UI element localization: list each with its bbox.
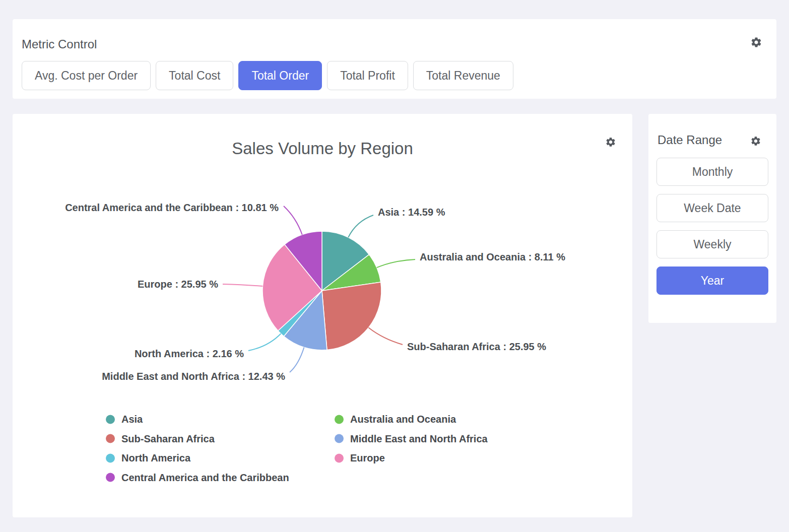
date-range-button-group: MonthlyWeek DateWeeklyYear xyxy=(656,158,768,295)
pie-leader-line-central-america-and-the-caribbean xyxy=(284,206,302,235)
legend-item-north-america[interactable]: North America xyxy=(106,452,190,464)
pie-leader-line-asia xyxy=(348,215,373,237)
pie-leader-line-sub-saharan-africa xyxy=(368,327,403,345)
metric-button-total-order[interactable]: Total Order xyxy=(238,61,322,90)
date-range-button-week-date[interactable]: Week Date xyxy=(656,194,768,222)
metric-control-panel: Metric Control Avg. Cost per OrderTotal … xyxy=(13,19,776,99)
pie-leader-line-middle-east-and-north-africa xyxy=(290,348,304,372)
pie-label-europe: Europe : 25.95 % xyxy=(138,279,218,290)
gear-icon xyxy=(750,36,762,48)
pie-leader-line-australia-and-oceania xyxy=(377,259,415,268)
pie-label-north-america: North America : 2.16 % xyxy=(135,348,244,360)
metric-button-avg-cost-per-order[interactable]: Avg. Cost per Order xyxy=(22,61,151,90)
legend-item-central-america-and-the-caribbean[interactable]: Central America and the Caribbean xyxy=(106,472,289,483)
legend-dot-australia-and-oceania xyxy=(335,415,344,424)
date-range-button-year[interactable]: Year xyxy=(656,267,768,295)
legend-dot-north-america xyxy=(106,453,115,462)
pie-label-central-america-and-the-caribbean: Central America and the Caribbean : 10.8… xyxy=(65,202,279,214)
gear-icon xyxy=(750,136,761,147)
date-range-panel: Date Range MonthlyWeek DateWeeklyYear xyxy=(648,114,776,323)
pie-slice-sub-saharan-africa[interactable] xyxy=(322,282,381,350)
sales-volume-panel: Sales Volume by Region Asia : 14.59 %Aus… xyxy=(13,114,632,517)
legend-label: Europe xyxy=(350,452,385,464)
pie-label-middle-east-and-north-africa: Middle East and North Africa : 12.43 % xyxy=(102,371,285,382)
legend-item-sub-saharan-africa[interactable]: Sub-Saharan Africa xyxy=(106,433,215,444)
date-range-button-monthly[interactable]: Monthly xyxy=(656,158,768,186)
legend-dot-asia xyxy=(106,415,115,424)
gear-icon[interactable] xyxy=(750,36,762,48)
metric-button-total-profit[interactable]: Total Profit xyxy=(327,61,408,90)
metric-button-total-cost[interactable]: Total Cost xyxy=(156,61,233,90)
legend-item-australia-and-oceania[interactable]: Australia and Oceania xyxy=(335,414,456,425)
legend-label: Middle East and North Africa xyxy=(350,433,488,444)
legend-item-middle-east-and-north-africa[interactable]: Middle East and North Africa xyxy=(335,433,488,444)
gear-icon[interactable] xyxy=(750,135,762,147)
date-range-title: Date Range xyxy=(658,133,722,147)
date-range-button-weekly[interactable]: Weekly xyxy=(656,230,768,258)
legend-dot-sub-saharan-africa xyxy=(106,434,115,443)
legend-dot-europe xyxy=(335,453,344,462)
pie-leader-line-north-america xyxy=(248,334,281,351)
pie-label-asia: Asia : 14.59 % xyxy=(378,207,445,218)
legend-label: Asia xyxy=(121,414,143,425)
metric-button-group: Avg. Cost per OrderTotal CostTotal Order… xyxy=(22,61,513,90)
legend-item-asia[interactable]: Asia xyxy=(106,414,143,425)
metric-control-title: Metric Control xyxy=(22,37,97,51)
legend-label: North America xyxy=(121,452,190,464)
metric-button-total-revenue[interactable]: Total Revenue xyxy=(413,61,513,90)
pie-leader-line-europe xyxy=(223,284,262,286)
legend-dot-middle-east-and-north-africa xyxy=(335,434,344,443)
legend-dot-central-america-and-the-caribbean xyxy=(106,473,115,482)
legend-label: Sub-Saharan Africa xyxy=(121,433,215,444)
pie-label-sub-saharan-africa: Sub-Saharan Africa : 25.95 % xyxy=(407,341,546,353)
legend-label: Australia and Oceania xyxy=(350,414,456,425)
pie-label-australia-and-oceania: Australia and Oceania : 8.11 % xyxy=(420,251,565,263)
legend-item-europe[interactable]: Europe xyxy=(335,452,385,464)
legend-label: Central America and the Caribbean xyxy=(121,472,289,483)
